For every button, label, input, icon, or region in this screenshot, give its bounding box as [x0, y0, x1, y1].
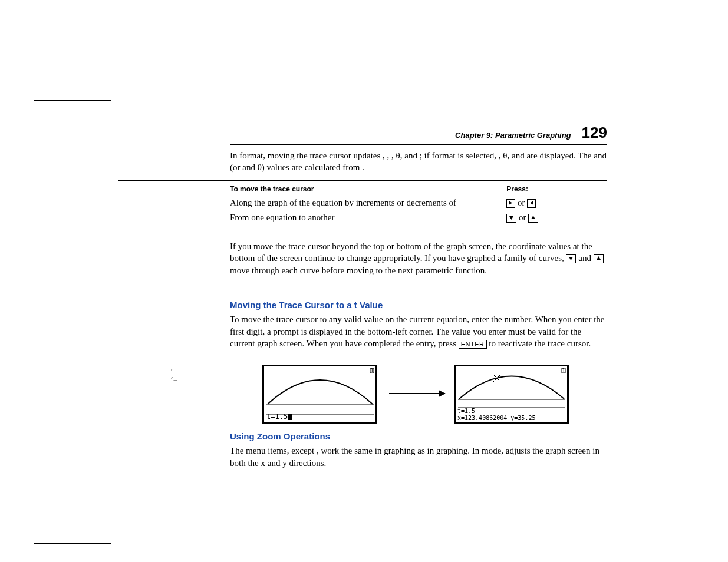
table-row: From one equation to another or — [118, 209, 607, 224]
press-keys: or — [499, 194, 607, 209]
svg-text:1: 1 — [562, 368, 565, 373]
margin-marks: ° °– — [171, 367, 177, 384]
up-arrow-key-icon — [528, 214, 538, 223]
table-header-press: Press: — [499, 183, 607, 194]
screen-status-t: t=1.5 — [457, 408, 475, 414]
intro-paragraph: In format, moving the trace cursor updat… — [230, 150, 607, 174]
move-desc: Along the graph of the equation by incre… — [118, 194, 499, 209]
crop-mark — [111, 543, 111, 561]
section-heading: Using Zoom Operations — [230, 431, 607, 442]
right-arrow-key-icon — [506, 199, 515, 208]
figure-row: 1 t=1.5 1 t=1.5 x=123.40862004 — [230, 365, 607, 435]
svg-text:1: 1 — [370, 368, 373, 373]
enter-key-icon: ENTER — [459, 340, 487, 349]
crop-mark — [111, 49, 111, 100]
cursor-move-table: To move the trace cursor Press: Along th… — [118, 183, 607, 224]
down-arrow-key-icon — [566, 254, 576, 263]
table-row: Along the graph of the equation by incre… — [118, 194, 607, 209]
table-header-move: To move the trace cursor — [118, 183, 499, 194]
text: If you move the trace cursor beyond the … — [230, 242, 592, 263]
svg-marker-2 — [509, 216, 513, 220]
svg-marker-5 — [597, 256, 601, 260]
crop-mark — [34, 100, 111, 101]
post-table-paragraph: If you move the trace cursor beyond the … — [230, 240, 607, 276]
svg-marker-0 — [509, 201, 512, 205]
table-top-rule — [118, 180, 607, 181]
chapter-label: Chapter 9: Parametric Graphing — [455, 131, 571, 140]
move-desc: From one equation to another — [118, 209, 499, 224]
screen-status: t=1.5 — [266, 412, 292, 421]
screen-status-xy: x=123.40862004 y=35.25 — [457, 415, 535, 421]
page-number: 129 — [582, 124, 607, 141]
or-text: or — [519, 213, 528, 222]
calculator-screen-left: 1 t=1.5 — [262, 365, 377, 424]
or-text: or — [518, 198, 527, 207]
text: to reactivate the trace cursor. — [489, 339, 591, 348]
left-arrow-key-icon — [527, 199, 536, 208]
arrow-right-icon — [389, 393, 445, 394]
svg-marker-3 — [531, 216, 535, 219]
down-arrow-key-icon — [506, 214, 516, 223]
svg-marker-4 — [569, 257, 573, 260]
section-body: The menu items, except , work the same i… — [230, 445, 607, 469]
section-heading: Moving the Trace Cursor to a t Value — [230, 299, 607, 311]
text: move through each curve before moving to… — [230, 266, 487, 275]
crop-mark — [34, 543, 111, 544]
svg-marker-1 — [530, 201, 533, 205]
press-keys: or — [499, 209, 607, 224]
section-trace-cursor-t: Moving the Trace Cursor to a t Value To … — [230, 299, 607, 349]
mark: °– — [171, 375, 177, 384]
page-header: Chapter 9: Parametric Graphing 129 — [230, 124, 607, 145]
section-zoom: Using Zoom Operations The menu items, ex… — [230, 431, 607, 469]
calculator-screen-right: 1 t=1.5 x=123.40862004 y=35.25 — [454, 365, 569, 424]
text: and — [578, 253, 593, 263]
section-body: To move the trace cursor to any valid va… — [230, 313, 607, 349]
mark: ° — [171, 367, 177, 375]
up-arrow-key-icon — [594, 254, 604, 263]
page: Chapter 9: Parametric Graphing 129 In fo… — [0, 0, 728, 562]
